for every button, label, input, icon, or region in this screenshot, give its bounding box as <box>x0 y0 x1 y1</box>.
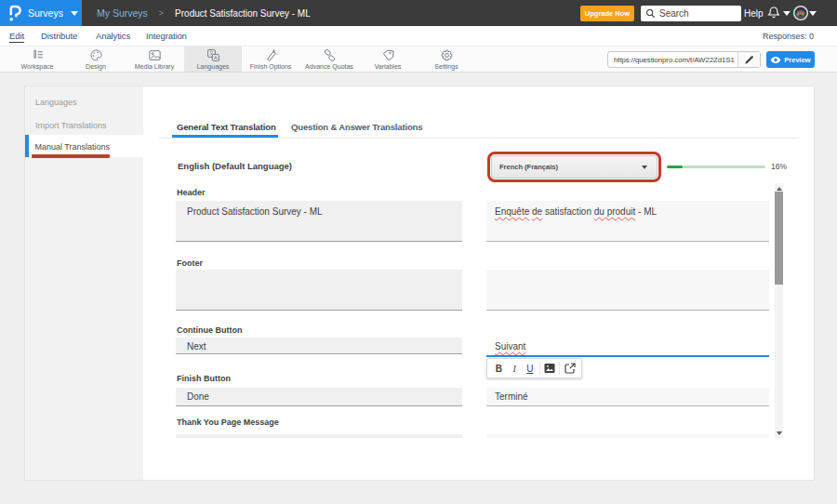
design-palette-icon <box>89 48 103 62</box>
menu-item-distribute[interactable]: Distribute <box>41 31 77 41</box>
toolbar-item-workspace[interactable]: Workspace <box>8 46 66 72</box>
variables-tag-icon <box>381 48 395 62</box>
breadcrumb-my-surveys[interactable]: My Surveys <box>97 7 148 19</box>
sidebar-item-import-translations[interactable]: Import Translations <box>35 121 107 130</box>
toolbar-item-advance-quotas[interactable]: Advance Quotas <box>300 46 358 72</box>
advance-quotas-icon <box>323 48 337 62</box>
text-segment: - ML <box>635 206 657 217</box>
eye-icon <box>770 56 781 64</box>
translations-sidebar: Languages Import Translations Manual Tra… <box>25 86 143 480</box>
misspelled-word: Suivant <box>495 341 525 351</box>
row-label-footer: Footer <box>177 259 203 268</box>
upgrade-now-button[interactable]: Upgrade Now <box>580 6 634 21</box>
source-language-label: English (Default Language) <box>178 161 292 171</box>
row-label-continue-button: Continue Button <box>177 325 242 335</box>
translation-progress-fill <box>667 166 683 168</box>
edit-url-button[interactable] <box>737 52 760 67</box>
breadcrumb: My Surveys > Product Satisfaction Survey… <box>97 0 311 26</box>
translated-continue-input[interactable]: Suivant <box>486 338 769 357</box>
chevron-down-icon <box>71 11 78 16</box>
survey-url-group: https://questionpro.com/t/AW22Zd1S1 <box>607 51 761 68</box>
menu-item-analytics[interactable]: Analytics <box>96 31 130 41</box>
translated-finish-input[interactable]: Terminé <box>486 388 769 406</box>
finish-options-icon <box>264 48 278 62</box>
english-footer-textarea[interactable] <box>176 270 462 311</box>
preview-button[interactable]: Preview <box>766 51 815 68</box>
translation-progress-bar <box>667 166 765 168</box>
tab-question-answer-translations[interactable]: Question & Answer Translations <box>291 122 422 132</box>
chevron-down-icon[interactable] <box>783 11 790 16</box>
english-thank-you-textarea[interactable] <box>176 434 462 438</box>
preview-label: Preview <box>784 56 810 64</box>
misspelled-word: Enquête <box>495 206 529 217</box>
translations-card: Languages Import Translations Manual Tra… <box>24 86 815 481</box>
translated-footer-textarea[interactable] <box>486 270 769 311</box>
languages-icon: 文 A <box>206 48 220 62</box>
insert-image-icon[interactable] <box>544 362 556 376</box>
scrollbar-thumb[interactable] <box>775 192 783 285</box>
english-continue-input[interactable]: Next <box>176 338 462 354</box>
responses-count[interactable]: Responses: 0 <box>763 32 814 41</box>
toolbar-item-languages[interactable]: 文 A Languages <box>184 46 242 72</box>
red-annotation-underline <box>32 154 110 158</box>
pencil-icon <box>744 55 754 65</box>
triangle-up <box>777 187 782 191</box>
text-format-toolbar: B I U <box>486 358 582 378</box>
translated-header-textarea[interactable]: Enquête de satisfaction du produit - ML <box>486 201 769 242</box>
edit-toolbar: Workspace Design Media Library 文 A Langu… <box>0 46 837 73</box>
row-label-thank-you: Thank You Page Message <box>177 418 279 427</box>
text-segment: satisfaction <box>542 206 594 217</box>
text-segment: Terminé <box>495 391 528 402</box>
row-thank-you <box>176 434 769 438</box>
tab-general-text-translation[interactable]: General Text Translation <box>177 122 276 132</box>
media-library-icon <box>148 48 162 62</box>
product-menu-label: Surveys <box>28 7 63 19</box>
bold-icon[interactable]: B <box>493 362 505 376</box>
settings-gear-icon <box>440 48 454 62</box>
chevron-down-icon[interactable] <box>809 11 817 16</box>
search-icon <box>645 8 656 19</box>
survey-url-input[interactable]: https://questionpro.com/t/AW22Zd1S1 <box>608 52 737 67</box>
svg-text:A: A <box>214 55 218 60</box>
product-switcher[interactable]: Surveys <box>0 0 82 26</box>
english-finish-input[interactable]: Done <box>176 388 462 406</box>
english-header-textarea[interactable]: Product Satisfaction Survey - ML <box>176 201 462 242</box>
toolbar-item-design[interactable]: Design <box>67 46 125 72</box>
misspelled-word: de <box>532 206 542 217</box>
scroll-down-icon[interactable] <box>775 428 783 438</box>
breadcrumb-separator: > <box>159 8 164 18</box>
search-placeholder: Search <box>659 8 689 19</box>
breadcrumb-current: Product Satisfaction Survey - ML <box>175 8 311 19</box>
tabs-divider <box>159 138 799 139</box>
red-annotation-box <box>487 152 661 182</box>
toolbar-item-finish-options[interactable]: Finish Options <box>242 46 299 72</box>
search-input[interactable]: Search <box>641 6 741 21</box>
toolbar-separator <box>539 362 540 375</box>
vertical-scrollbar[interactable] <box>775 183 783 438</box>
row-label-header: Header <box>177 188 206 197</box>
misspelled-word: du produit <box>594 206 635 217</box>
translation-progress-percent: 16% <box>771 162 787 171</box>
user-avatar[interactable] <box>792 5 809 21</box>
help-link[interactable]: Help <box>744 8 764 19</box>
row-footer <box>176 270 769 311</box>
toolbar-separator <box>559 362 560 375</box>
questionpro-logo-icon <box>8 4 23 22</box>
menu-item-edit[interactable]: Edit <box>9 31 24 43</box>
toolbar-item-settings[interactable]: Settings <box>418 46 475 72</box>
workspace-icon <box>31 48 45 62</box>
row-continue-button: Next Suivant <box>176 338 769 357</box>
translation-rows-scrollarea: Header Product Satisfaction Survey - ML … <box>159 183 785 438</box>
row-finish-button: Done Terminé <box>176 388 769 406</box>
underline-icon[interactable]: U <box>524 362 536 376</box>
survey-menu-bar: Edit Distribute Analytics Integration Re… <box>0 26 837 46</box>
toolbar-item-media-library[interactable]: Media Library <box>126 46 183 72</box>
notifications-bell-icon[interactable] <box>767 6 780 20</box>
top-bar: Surveys My Surveys > Product Satisfactio… <box>0 0 837 26</box>
translated-thank-you-textarea[interactable] <box>486 434 769 438</box>
toolbar-item-variables[interactable]: Variables <box>359 46 417 72</box>
menu-item-integration[interactable]: Integration <box>146 31 187 41</box>
italic-icon[interactable]: I <box>509 362 521 376</box>
open-link-icon[interactable] <box>564 362 576 376</box>
sidebar-item-languages[interactable]: Languages <box>35 98 77 107</box>
